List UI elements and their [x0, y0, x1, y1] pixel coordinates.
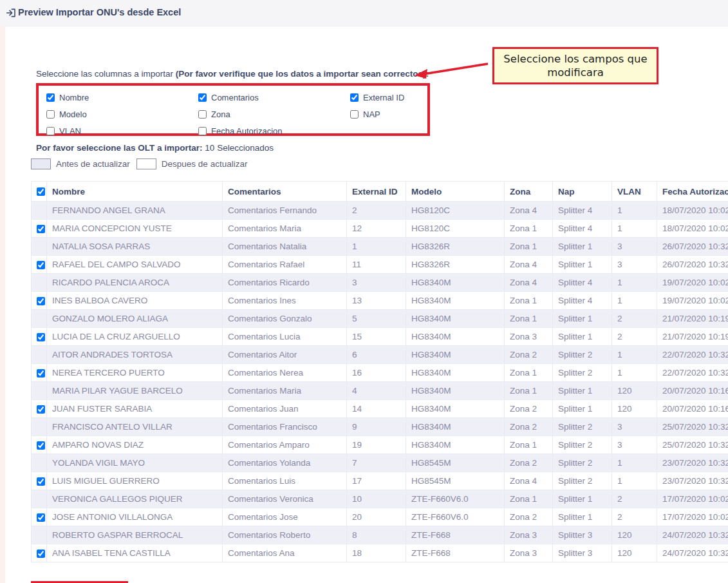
cell-external_id: 6	[347, 346, 406, 364]
cell-comentarios: Comentarios Francisco	[223, 418, 347, 436]
table-row: MARIA CONCEPCION YUSTEComentarios Maria1…	[32, 220, 728, 238]
cell-vlan: 120	[612, 526, 657, 544]
checkbox-icon[interactable]	[46, 127, 55, 135]
column-header-vlan: VLAN	[612, 182, 657, 202]
cell-zona: Zona 2	[505, 418, 553, 436]
cell-modelo: HG8340M	[406, 310, 505, 328]
column-checkbox-nombre[interactable]: Nombre	[46, 91, 198, 104]
row-select-cell	[32, 292, 47, 310]
cell-vlan: 2	[612, 328, 657, 346]
cell-modelo: ZTE-F660V6.0	[406, 490, 505, 508]
cell-nap: Splitter 2	[553, 472, 612, 490]
content-card: Seleccione las columnas a importar (Por …	[5, 26, 728, 583]
cell-zona: Zona 4	[505, 274, 553, 292]
cell-nap: Splitter 4	[553, 202, 612, 220]
table-row: AMPARO NOVAS DIAZComentarios Amparo19HG8…	[32, 436, 728, 454]
onu-preview-table: NombreComentariosExternal IDModeloZonaNa…	[31, 181, 728, 562]
olt-selected-count: 10 Seleccionados	[205, 143, 274, 153]
row-checkbox[interactable]	[37, 369, 45, 378]
row-checkbox[interactable]	[37, 261, 45, 269]
cell-vlan: 120	[612, 400, 657, 418]
row-checkbox[interactable]	[37, 477, 45, 486]
row-checkbox[interactable]	[37, 405, 45, 414]
row-checkbox[interactable]	[37, 441, 45, 450]
cell-external_id: 15	[347, 328, 406, 346]
cell-fecha: 24/07/2020 10:32	[657, 544, 728, 562]
cell-modelo: HG8340M	[406, 364, 505, 382]
cell-modelo: HG8340M	[406, 346, 505, 364]
olt-select-line: Por favor seleccione las OLT a importar:…	[36, 143, 274, 153]
row-checkbox[interactable]	[37, 297, 45, 305]
columns-select-label-bold: (Por favor verifique que los datos a imp…	[176, 69, 429, 79]
row-select-cell	[32, 346, 47, 364]
select-all-checkbox[interactable]	[37, 187, 45, 196]
row-select-cell	[32, 364, 47, 382]
cell-comentarios: Comentarios Veronica	[223, 490, 347, 508]
cell-modelo: ZTE-F668	[406, 544, 505, 562]
table-row: MARIA PILAR YAGUE BARCELOComentarios Mar…	[32, 382, 728, 400]
cell-zona: Zona 1	[505, 292, 553, 310]
row-select-cell	[32, 238, 47, 256]
table-row: RICARDO PALENCIA AROCAComentarios Ricard…	[32, 274, 728, 292]
legend-before-label: Antes de actualizar	[56, 159, 130, 169]
column-checkbox-comentarios[interactable]: Comentarios	[198, 91, 350, 104]
row-checkbox[interactable]	[37, 550, 45, 558]
cell-nap: Splitter 1	[553, 382, 612, 400]
cell-nombre: GONZALO MOLERO ALIAGA	[47, 310, 223, 328]
column-header-zona: Zona	[505, 182, 553, 202]
checkbox-icon[interactable]	[198, 110, 207, 119]
cell-comentarios: Comentarios Lucia	[223, 328, 347, 346]
cell-comentarios: Comentarios Maria	[223, 220, 347, 238]
legend-before-swatch	[31, 158, 51, 169]
cell-external_id: 12	[347, 220, 406, 238]
row-select-cell	[32, 526, 47, 544]
cell-vlan: 1	[612, 364, 657, 382]
row-select-cell	[32, 436, 47, 454]
table-header-row: NombreComentariosExternal IDModeloZonaNa…	[32, 182, 728, 202]
top-bar: Preview Importar ONU's desde Excel	[0, 0, 728, 26]
column-checkbox-vlan[interactable]: VLAN	[46, 125, 198, 137]
columns-annotation-rectangle: NombreComentariosExternal IDModeloZonaNA…	[36, 83, 430, 136]
column-checkbox-nap[interactable]: NAP	[350, 108, 427, 120]
column-checkbox-zona[interactable]: Zona	[198, 108, 350, 120]
row-select-cell	[32, 472, 47, 490]
column-checkbox-modelo[interactable]: Modelo	[46, 108, 198, 120]
checkbox-icon[interactable]	[350, 93, 359, 102]
cell-external_id: 7	[347, 454, 406, 472]
column-checkbox-label: VLAN	[59, 126, 81, 136]
cell-fecha: 22/07/2020 10:32	[657, 364, 728, 382]
cell-nombre: ROBERTO GASPAR BERROCAL	[47, 526, 223, 544]
row-select-cell	[32, 508, 47, 526]
cell-external_id: 18	[347, 544, 406, 562]
cell-zona: Zona 3	[505, 544, 553, 562]
cell-modelo: HG8340M	[406, 292, 505, 310]
checkbox-icon[interactable]	[198, 93, 207, 102]
cell-nombre: FERNANDO ANGEL GRANA	[47, 202, 223, 220]
table-row: RAFAEL DEL CAMPO SALVADOComentarios Rafa…	[32, 256, 728, 274]
row-select-cell	[32, 400, 47, 418]
cell-nombre: MARIA PILAR YAGUE BARCELO	[47, 382, 223, 400]
column-checkbox-grid: NombreComentariosExternal IDModeloZonaNA…	[39, 86, 427, 137]
checkbox-icon[interactable]	[46, 110, 55, 119]
checkbox-icon[interactable]	[198, 127, 207, 135]
cell-comentarios: Comentarios Ines	[223, 292, 347, 310]
cell-nap: Splitter 1	[553, 238, 612, 256]
checkbox-icon[interactable]	[350, 110, 359, 119]
row-checkbox[interactable]	[37, 513, 45, 522]
cell-nap: Splitter 2	[553, 346, 612, 364]
column-header-nombre: Nombre	[47, 182, 223, 202]
cell-fecha: 21/07/2020 10:19	[657, 310, 728, 328]
row-checkbox[interactable]	[37, 333, 45, 341]
table-row: INES BALBOA CAVEROComentarios Ines13HG83…	[32, 292, 728, 310]
cell-modelo: HG8340M	[406, 274, 505, 292]
table-row: VERONICA GALLEGOS PIQUERComentarios Vero…	[32, 490, 728, 508]
row-checkbox[interactable]	[37, 225, 45, 233]
row-select-cell	[32, 418, 47, 436]
checkbox-icon[interactable]	[46, 93, 55, 102]
legend-after-swatch	[136, 158, 156, 169]
cell-nombre: JOSE ANTONIO VILLALONGA	[47, 508, 223, 526]
column-checkbox-fecha-autorizacion[interactable]: Fecha Autorizacion	[198, 125, 350, 137]
column-checkbox-external-id[interactable]: External ID	[350, 91, 427, 104]
cell-nombre: JUAN FUSTER SARABIA	[47, 400, 223, 418]
cell-external_id: 1	[347, 238, 406, 256]
